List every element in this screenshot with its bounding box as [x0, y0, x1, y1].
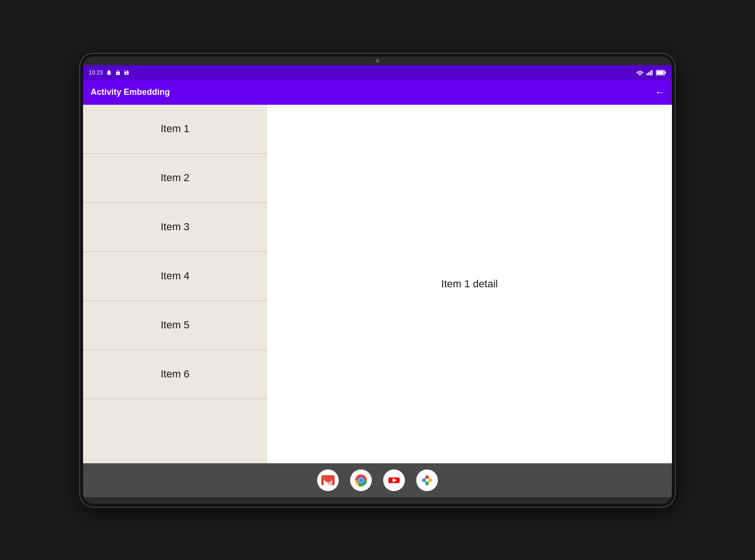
tablet-screen: 10:23 — [83, 65, 672, 497]
back-button[interactable]: ← — [655, 87, 664, 98]
wifi-icon — [636, 70, 644, 75]
signal-icon — [646, 70, 653, 75]
photos-icon — [420, 473, 434, 487]
gmail-icon — [321, 475, 335, 485]
dock-app-chrome[interactable] — [350, 469, 372, 491]
list-item-3[interactable]: Item 3 — [83, 203, 267, 252]
app-bar-title: Activity Embedding — [91, 87, 589, 97]
list-item-5[interactable]: Item 5 — [83, 301, 267, 350]
lock-icon — [115, 70, 121, 75]
svg-rect-1 — [648, 72, 649, 75]
status-right — [636, 70, 666, 75]
dock-app-photos[interactable] — [416, 469, 438, 491]
svg-rect-6 — [665, 71, 666, 74]
app-bar: Activity Embedding ← — [83, 80, 672, 105]
list-item-4[interactable]: Item 4 — [83, 252, 267, 301]
list-item-1[interactable]: Item 1 — [83, 105, 267, 154]
bottom-dock — [83, 463, 672, 497]
list-item-label-5: Item 5 — [160, 319, 189, 331]
svg-point-10 — [359, 478, 363, 482]
save-icon — [124, 70, 129, 75]
svg-rect-2 — [650, 71, 651, 75]
tablet-frame: 10:23 — [80, 54, 675, 507]
content-area: Item 1 Item 2 Item 3 Item 4 Item 5 Item … — [83, 105, 672, 463]
status-bar: 10:23 — [83, 65, 672, 80]
detail-panel: Item 1 detail — [267, 105, 672, 463]
detail-text: Item 1 detail — [441, 278, 498, 290]
list-item-label-1: Item 1 — [160, 123, 189, 135]
tablet-bottom-bar — [83, 497, 672, 504]
tablet-top-bar — [83, 57, 672, 65]
list-item-label-2: Item 2 — [160, 172, 189, 184]
list-item-label-6: Item 6 — [160, 368, 189, 380]
dock-app-gmail[interactable] — [317, 469, 339, 491]
chrome-icon — [354, 473, 368, 487]
youtube-icon — [387, 473, 401, 487]
dock-app-youtube[interactable] — [383, 469, 405, 491]
svg-rect-5 — [656, 71, 663, 75]
svg-rect-0 — [646, 73, 647, 75]
list-item-label-3: Item 3 — [160, 221, 189, 233]
svg-rect-3 — [652, 70, 653, 75]
list-item-6[interactable]: Item 6 — [83, 350, 267, 399]
list-item-2[interactable]: Item 2 — [83, 154, 267, 203]
svg-point-19 — [426, 478, 429, 482]
status-left: 10:23 — [89, 69, 129, 76]
list-panel: Item 1 Item 2 Item 3 Item 4 Item 5 Item … — [83, 105, 267, 463]
battery-icon — [656, 70, 666, 75]
list-item-label-4: Item 4 — [160, 270, 189, 282]
camera-dot — [376, 59, 379, 63]
notification-icon-1 — [106, 69, 112, 76]
time-display: 10:23 — [89, 69, 103, 76]
